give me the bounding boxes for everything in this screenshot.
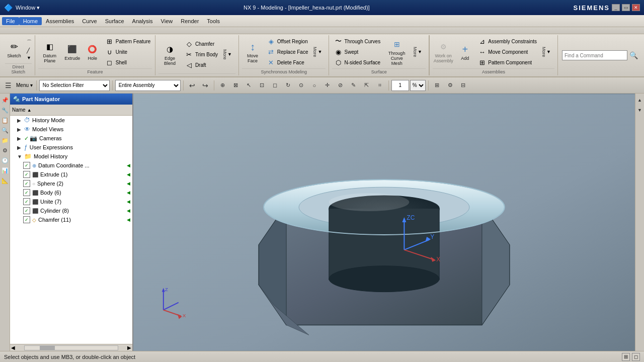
menu-view[interactable]: View	[157, 17, 177, 25]
tree-item-sphere-2[interactable]: ○ Sphere (2) ◀	[10, 179, 132, 188]
menu-button[interactable]: ☰	[2, 79, 14, 92]
tree-item-model-history[interactable]: ▼ 📁 Model History	[10, 152, 132, 161]
close-button[interactable]: ✕	[632, 4, 640, 11]
unite-btn[interactable]: ∪ Unite	[104, 47, 152, 57]
tree-item-unite-7[interactable]: ⬛ Unite (7) ◀	[10, 197, 132, 206]
datum-plane-button[interactable]: ◧ Datum Plane	[38, 39, 61, 65]
trim-body-btn[interactable]: ✂ Trim Body	[183, 49, 219, 59]
expand-model-history[interactable]: ▼	[17, 154, 23, 159]
menu-curve[interactable]: Curve	[78, 17, 101, 25]
scroll-right-btn[interactable]: ▶	[126, 345, 132, 350]
assembly-filter-select[interactable]: Entire Assembly Within Work Part Only	[115, 80, 181, 91]
viewport[interactable]: ZC Y X Z X	[133, 94, 635, 351]
through-curves-btn[interactable]: 〜 Through Curves	[332, 36, 382, 46]
scroll-track[interactable]	[24, 345, 118, 350]
expand-user-expr[interactable]: ▶	[17, 145, 23, 150]
minimize-button[interactable]: _	[612, 4, 620, 11]
check-body[interactable]	[23, 189, 30, 196]
move-face-button[interactable]: ↕ Move Face	[242, 39, 263, 65]
tree-item-cylinder-8[interactable]: ⬛ Cylinder (8) ◀	[10, 206, 132, 215]
selection-filter-select[interactable]: No Selection Filter Body Face Edge Verte…	[39, 80, 110, 91]
more-feature-button[interactable]: More ▼	[221, 48, 235, 61]
scroll-left-btn[interactable]: ◀	[10, 345, 16, 350]
delete-face-btn[interactable]: ✕ Delete Face	[265, 57, 310, 67]
replace-face-btn[interactable]: ⇄ Replace Face	[265, 47, 310, 57]
menu-assemblies[interactable]: Assemblies	[42, 17, 78, 25]
shell-btn[interactable]: ◻ Shell	[104, 57, 152, 67]
resource-icon-7[interactable]: 🕐	[1, 156, 10, 165]
grid-btn[interactable]: ⊞	[431, 79, 443, 92]
tree-item-model-views[interactable]: ▶ 👁 Model Views	[10, 125, 132, 134]
resource-icon-2[interactable]: 🔧	[1, 106, 10, 115]
more-surface-button[interactable]: More ▼	[412, 46, 426, 58]
n-sided-btn[interactable]: ⬡ N-sided Surface	[332, 57, 382, 67]
resource-icon-5[interactable]: 📁	[1, 136, 10, 145]
rotate-btn[interactable]: ↻	[282, 79, 294, 92]
check-cylinder[interactable]	[23, 207, 30, 214]
menu-label[interactable]: Menu ▾	[15, 82, 34, 88]
offset-region-btn[interactable]: ◈ Offset Region	[265, 36, 310, 46]
restore-button[interactable]: ▭	[622, 4, 630, 11]
right-icon-1[interactable]: ▲	[635, 96, 645, 105]
resource-icon-8[interactable]: 📊	[1, 166, 10, 175]
more-sync-button[interactable]: More ▼	[311, 46, 326, 58]
scale-btn[interactable]: ⇱	[361, 79, 373, 92]
resource-icon-4[interactable]: 🔍	[1, 126, 10, 135]
status-icon-2[interactable]: ◻	[632, 353, 640, 361]
menu-surface[interactable]: Surface	[101, 17, 128, 25]
layers-btn[interactable]: ⊟	[457, 79, 469, 92]
more-sketch-btn[interactable]: ▼	[25, 55, 33, 61]
check-datum[interactable]	[23, 162, 30, 169]
settings-btn[interactable]: ⚙	[444, 79, 456, 92]
expand-history[interactable]: ▶	[17, 118, 23, 123]
zoom-unit-select[interactable]: %	[410, 80, 426, 91]
extrude-button[interactable]: ⬛ Extrude	[63, 41, 82, 62]
check-unite[interactable]	[23, 198, 30, 205]
arc-btn[interactable]: ⌒	[25, 38, 33, 46]
check-chamfer[interactable]	[23, 216, 30, 223]
draft-btn[interactable]: ◁ Draft	[183, 60, 219, 70]
edge-blend-button[interactable]: ◑ Edge Blend	[158, 41, 181, 67]
menu-file[interactable]: File	[2, 17, 19, 25]
expand-cameras[interactable]: ▶	[17, 136, 23, 141]
chamfer-btn[interactable]: ◇ Chamfer	[183, 39, 219, 49]
tree-item-extrude-1[interactable]: ⬛ Extrude (1) ◀	[10, 170, 132, 179]
zoom-value-input[interactable]	[391, 80, 409, 91]
edit-btn[interactable]: ✎	[348, 79, 360, 92]
undo-button[interactable]: ↩	[186, 79, 198, 92]
through-curve-mesh-button[interactable]: ⊞ Through Curve Mesh	[384, 36, 410, 67]
right-icon-2[interactable]: ▼	[635, 106, 645, 115]
hole-button[interactable]: ⭕ Hole	[84, 41, 102, 62]
tree-item-history-mode[interactable]: ▶ ⏱ History Mode	[10, 116, 132, 125]
find-command-input[interactable]	[562, 50, 627, 60]
view-btn[interactable]: ◻	[269, 79, 281, 92]
resource-icon-3[interactable]: 📋	[1, 116, 10, 125]
assembly-constraints-btn[interactable]: ⊿ Assembly Constraints	[476, 36, 538, 46]
sketch-button[interactable]: ✏ Sketch	[5, 39, 23, 60]
tree-item-cameras[interactable]: ▶ ✓ 📷 Cameras	[10, 134, 132, 143]
part-nav-scrollbar[interactable]: ◀ ▶	[10, 344, 132, 351]
more-assemblies-button[interactable]: More ▼	[540, 46, 554, 58]
filter-btn[interactable]: ⊡	[256, 79, 268, 92]
resource-icon-1[interactable]: 📌	[1, 96, 10, 105]
line-btn[interactable]: ╱	[25, 47, 33, 54]
resource-icon-6[interactable]: ⚙	[1, 146, 10, 155]
snap2-btn[interactable]: ⊠	[230, 79, 242, 92]
zoom-btn[interactable]: ⊙	[295, 79, 307, 92]
tree-item-datum-coord[interactable]: ⊕ Datum Coordinate ... ◀	[10, 161, 132, 170]
tree-item-user-expressions[interactable]: ▶ ƒ User Expressions	[10, 143, 132, 152]
expand-model-views[interactable]: ▶	[17, 127, 23, 132]
tree-item-body-6[interactable]: ⬛ Body (6) ◀	[10, 188, 132, 197]
tree-item-chamfer-11[interactable]: ◇ Chamfer (11) ◀	[10, 215, 132, 224]
window-menu[interactable]: Window ▾	[16, 5, 40, 11]
snap-btn[interactable]: ⊕	[217, 79, 229, 92]
menu-render[interactable]: Render	[177, 17, 203, 25]
part-nav-tree[interactable]: ▶ ⏱ History Mode ▶ 👁 Model Views ▶ ✓ 📷 C…	[10, 116, 132, 344]
pattern-feature-btn[interactable]: ⊞ Pattern Feature	[104, 36, 152, 46]
add-button[interactable]: + Add	[456, 41, 474, 62]
line2-btn[interactable]: ⊘	[335, 79, 347, 92]
select-btn[interactable]: ↖	[243, 79, 255, 92]
menu-tools[interactable]: Tools	[203, 17, 224, 25]
menu-analysis[interactable]: Analysis	[128, 17, 157, 25]
move-component-btn[interactable]: ↔ Move Component	[476, 47, 538, 57]
